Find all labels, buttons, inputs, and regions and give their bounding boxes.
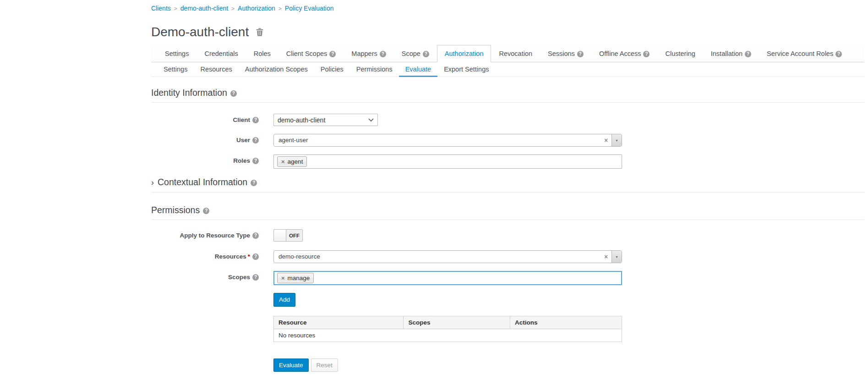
help-icon[interactable] [230,90,237,97]
breadcrumb-link-clients[interactable]: Clients [151,5,171,12]
resources-label: Resources* [151,250,259,263]
help-icon[interactable] [835,51,842,57]
collapse-chevron-icon: › [151,177,154,188]
resources-value: demo-resource [274,251,601,263]
column-header-scopes: Scopes [404,316,510,329]
tab-clustering[interactable]: Clustering [657,45,703,62]
remove-tag-icon[interactable] [281,159,285,165]
subtab-resources[interactable]: Resources [194,62,238,77]
section-title: Permissions [151,205,200,215]
help-icon[interactable] [252,158,259,164]
help-icon[interactable] [577,51,584,57]
client-select[interactable]: demo-auth-client [273,114,378,126]
help-icon[interactable] [643,51,650,57]
page-title: Demo-auth-client [151,24,249,40]
client-label: Client [151,114,259,126]
scopes-tag-input[interactable]: manage [273,271,622,285]
add-button[interactable]: Add [273,293,295,307]
table-header-row: Resource Scopes Actions [274,316,622,329]
user-value: agent-user [274,134,601,146]
tab-credentials[interactable]: Credentials [197,45,246,62]
role-tag: agent [277,156,307,167]
resource-type-toggle[interactable]: OFF [273,229,303,242]
subtab-permissions[interactable]: Permissions [350,62,399,77]
roles-label: Roles [151,154,259,169]
authorization-subtabs: Settings Resources Authorization Scopes … [151,62,864,77]
help-icon[interactable] [252,232,259,239]
evaluate-button[interactable]: Evaluate [273,358,309,372]
tab-label: Roles [254,50,271,57]
tab-label: Clustering [665,50,695,57]
client-tabs: Settings Credentials Roles Client Scopes… [151,45,864,62]
tab-revocation[interactable]: Revocation [491,45,540,62]
breadcrumb-link-authorization[interactable]: Authorization [238,5,275,12]
breadcrumb-link-client[interactable]: demo-auth-client [180,5,228,12]
tab-scope[interactable]: Scope [394,45,437,62]
tab-installation[interactable]: Installation [703,45,759,62]
dropdown-arrow-icon[interactable] [611,134,622,146]
tab-label: Revocation [499,50,532,57]
empty-message: No resources [274,329,622,342]
tab-roles[interactable]: Roles [246,45,278,62]
tab-service-account-roles[interactable]: Service Account Roles [759,45,850,62]
subtab-policies[interactable]: Policies [314,62,350,77]
tab-label: Installation [711,50,742,57]
subtab-authorization-scopes[interactable]: Authorization Scopes [239,62,314,77]
tag-label: manage [288,275,310,281]
tab-label: Service Account Roles [767,50,833,57]
help-icon[interactable] [423,51,429,57]
help-icon[interactable] [203,208,209,214]
contextual-information-heading[interactable]: ›Contextual Information [151,176,864,193]
help-icon[interactable] [252,117,259,123]
subtab-export-settings[interactable]: Export Settings [437,62,495,77]
tab-sessions[interactable]: Sessions [540,45,591,62]
column-header-actions: Actions [510,316,622,329]
tab-client-scopes[interactable]: Client Scopes [278,45,344,62]
tab-offline-access[interactable]: Offline Access [591,45,658,62]
help-icon[interactable] [252,254,259,260]
breadcrumb-current-policy-evaluation[interactable]: Policy Evaluation [285,5,334,12]
delete-client-button[interactable] [255,27,264,37]
apply-to-resource-type-label: Apply to Resource Type [151,229,259,243]
column-header-resource: Resource [274,316,404,329]
section-title: Contextual Information [158,177,247,187]
tab-mappers[interactable]: Mappers [344,45,393,62]
remove-tag-icon[interactable] [281,275,285,281]
toggle-state-label: OFF [286,230,302,241]
toggle-handle [274,230,286,241]
tab-label: Sessions [548,50,575,57]
breadcrumb-separator: > [174,6,177,12]
user-combobox[interactable]: agent-user [273,134,622,147]
help-icon[interactable] [329,51,336,57]
dropdown-arrow-icon[interactable] [611,251,622,263]
tab-label: Credentials [204,50,238,57]
clear-icon[interactable] [601,253,611,260]
tab-label: Mappers [351,50,377,57]
help-icon[interactable] [252,274,259,281]
clear-icon[interactable] [601,137,611,144]
tab-authorization[interactable]: Authorization [437,45,491,62]
section-title: Identity Information [151,88,227,98]
trash-icon [256,31,263,38]
breadcrumb-separator: > [278,6,282,12]
help-icon[interactable] [745,51,751,57]
tag-label: agent [288,158,303,165]
tab-settings[interactable]: Settings [157,45,197,62]
permissions-heading: Permissions [151,204,864,220]
resources-table: Resource Scopes Actions No resources [273,316,622,342]
tab-label: Scope [402,50,420,57]
help-icon[interactable] [252,137,259,143]
reset-button[interactable]: Reset [311,358,338,372]
resources-combobox[interactable]: demo-resource [273,250,622,263]
scope-tag: manage [277,273,314,283]
help-icon[interactable] [380,51,386,57]
roles-tag-input[interactable]: agent [273,154,622,169]
breadcrumb-separator: > [231,6,235,12]
tab-label: Offline Access [599,50,641,57]
tab-label: Client Scopes [286,50,327,57]
breadcrumb: Clients>demo-auth-client>Authorization>P… [151,0,864,13]
main-content: Clients>demo-auth-client>Authorization>P… [151,0,864,375]
subtab-evaluate[interactable]: Evaluate [399,62,437,77]
help-icon[interactable] [251,180,257,186]
subtab-settings[interactable]: Settings [157,62,194,77]
